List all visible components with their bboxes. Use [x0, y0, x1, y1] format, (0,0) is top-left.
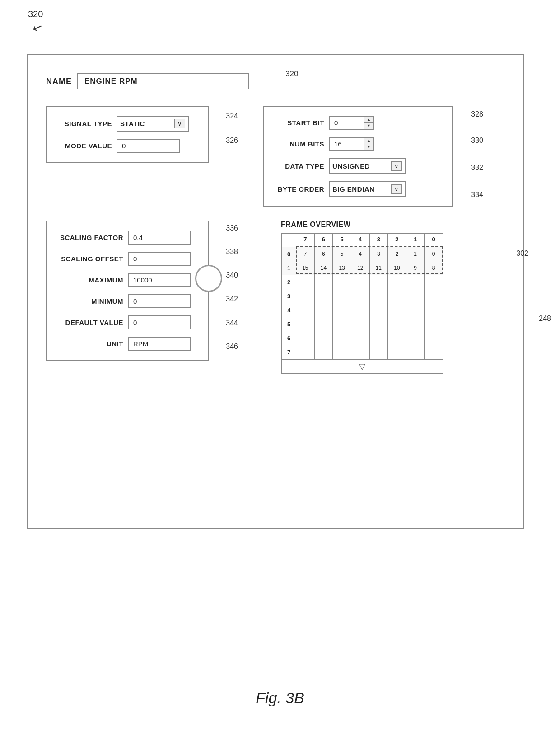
frame-cell-2-7: [425, 275, 443, 289]
num-bits-spinner-buttons[interactable]: ▲ ▼: [364, 138, 373, 150]
frame-cell-0-7: 7: [296, 247, 315, 261]
frame-cell-6-7: [425, 331, 443, 345]
start-bit-up[interactable]: ▲: [364, 117, 373, 123]
default-value-input[interactable]: [128, 315, 191, 329]
frame-col-5: 5: [333, 234, 351, 247]
frame-cell-5-2: [333, 317, 351, 331]
frame-cell-0-6: 6: [315, 247, 333, 261]
callout-338: 338: [226, 248, 238, 256]
frame-row-num-4: 4: [282, 303, 296, 317]
bits-panel-wrapper: START BIT 0 ▲ ▼ NUM BITS 1: [263, 106, 453, 207]
top-arrow-icon: ↙: [30, 19, 44, 36]
start-bit-down[interactable]: ▼: [364, 123, 373, 129]
minimum-input[interactable]: [128, 294, 191, 308]
frame-cell-5-1: [315, 317, 333, 331]
frame-scroll-indicator[interactable]: ▽: [282, 359, 443, 373]
data-type-value: UNSIGNED: [332, 162, 388, 170]
frame-cell-4-3: [351, 303, 370, 317]
frame-col-7: 7: [296, 234, 315, 247]
bits-panel: START BIT 0 ▲ ▼ NUM BITS 1: [263, 106, 453, 207]
signal-type-dropdown-arrow[interactable]: ∨: [174, 119, 185, 128]
frame-row-num-3: 3: [282, 289, 296, 303]
frame-cell-6-6: [406, 331, 425, 345]
frame-cell-6-4: [370, 331, 388, 345]
scaling-offset-input[interactable]: [128, 252, 191, 266]
byte-order-label: BYTE ORDER: [275, 185, 324, 193]
frame-cell-6-1: [315, 331, 333, 345]
frame-cell-7-6: [406, 345, 425, 359]
unit-row: UNIT: [58, 337, 197, 351]
frame-col-0: 0: [425, 234, 443, 247]
num-bits-up[interactable]: ▲: [364, 138, 373, 144]
frame-cell-7-7: [425, 345, 443, 359]
frame-cell-4-0: [296, 303, 315, 317]
callout-344: 344: [226, 319, 238, 327]
start-bit-spinner-buttons[interactable]: ▲ ▼: [364, 117, 373, 129]
maximum-label: MAXIMUM: [58, 276, 123, 284]
num-bits-down[interactable]: ▼: [364, 144, 373, 150]
unit-input[interactable]: [128, 337, 191, 351]
frame-cell-3-4: [370, 289, 388, 303]
callout-342: 342: [226, 295, 238, 303]
byte-order-row: BYTE ORDER BIG ENDIAN ∨: [275, 181, 441, 197]
minimum-row: MINIMUM: [58, 294, 197, 308]
signal-type-row: SIGNAL TYPE STATIC ∨: [58, 116, 197, 132]
default-value-row: DEFAULT VALUE: [58, 315, 197, 329]
frame-cell-5-5: [388, 317, 406, 331]
callout-332: 332: [471, 164, 483, 172]
frame-cell-3-1: [315, 289, 333, 303]
frame-col-6: 6: [315, 234, 333, 247]
byte-order-dropdown-arrow[interactable]: ∨: [391, 184, 402, 194]
frame-col-2: 2: [388, 234, 406, 247]
frame-cell-4-6: [406, 303, 425, 317]
frame-row-5: 5: [282, 317, 443, 331]
callout-334: 334: [471, 191, 483, 199]
frame-cell-0-5: 5: [333, 247, 351, 261]
frame-row-6: 6: [282, 331, 443, 345]
start-bit-spinner[interactable]: 0 ▲ ▼: [329, 116, 374, 130]
frame-cell-5-4: [370, 317, 388, 331]
frame-cell-0-3: 3: [370, 247, 388, 261]
name-row: NAME 320: [46, 73, 505, 89]
mode-value-input[interactable]: [117, 139, 180, 153]
scaling-factor-input[interactable]: [128, 231, 191, 245]
frame-overview-box: 7 6 5 4 3 2 1 0 0 7 6: [281, 233, 443, 374]
frame-cell-7-5: [388, 345, 406, 359]
frame-row-num-0: 0: [282, 247, 296, 261]
frame-cell-5-6: [406, 317, 425, 331]
callout-302: 302: [516, 249, 528, 258]
frame-row-1: 1 15 14 13 12 11 10 9 8: [282, 261, 443, 275]
num-bits-spinner[interactable]: 16 ▲ ▼: [329, 137, 374, 151]
data-type-select[interactable]: UNSIGNED ∨: [329, 158, 406, 174]
frame-cell-4-1: [315, 303, 333, 317]
frame-cell-2-6: [406, 275, 425, 289]
frame-row-0: 0 7 6 5 4 3 2 1 0: [282, 247, 443, 261]
frame-cell-6-3: [351, 331, 370, 345]
circle-indicator: [195, 265, 222, 292]
maximum-input[interactable]: [128, 273, 191, 287]
frame-cell-1-9: 9: [406, 261, 425, 275]
callout-346: 346: [226, 343, 238, 351]
data-type-dropdown-arrow[interactable]: ∨: [391, 161, 402, 171]
scaling-factor-row: SCALING FACTOR: [58, 231, 197, 245]
unit-label: UNIT: [58, 340, 123, 348]
frame-cell-1-12: 12: [351, 261, 370, 275]
name-callout: 320: [285, 70, 298, 79]
main-box: NAME 320 SIGNAL TYPE STATIC ∨: [27, 54, 524, 529]
name-input[interactable]: [77, 73, 249, 89]
scaling-panel-wrapper: SCALING FACTOR SCALING OFFSET MAXIMUM: [46, 221, 209, 374]
signal-type-select[interactable]: STATIC ∨: [117, 116, 189, 132]
frame-cell-3-3: [351, 289, 370, 303]
frame-overview-container: 7 6 5 4 3 2 1 0 0 7 6: [281, 233, 498, 374]
top-label: 320: [28, 9, 43, 19]
callout-330: 330: [471, 136, 483, 145]
frame-cell-1-14: 14: [315, 261, 333, 275]
callout-340: 340: [226, 271, 238, 279]
callout-328: 328: [471, 110, 483, 118]
frame-cell-1-10: 10: [388, 261, 406, 275]
signal-type-value: STATIC: [120, 120, 172, 127]
frame-col-3: 3: [370, 234, 388, 247]
frame-cell-2-3: [351, 275, 370, 289]
byte-order-select[interactable]: BIG ENDIAN ∨: [329, 181, 406, 197]
frame-cell-7-3: [351, 345, 370, 359]
